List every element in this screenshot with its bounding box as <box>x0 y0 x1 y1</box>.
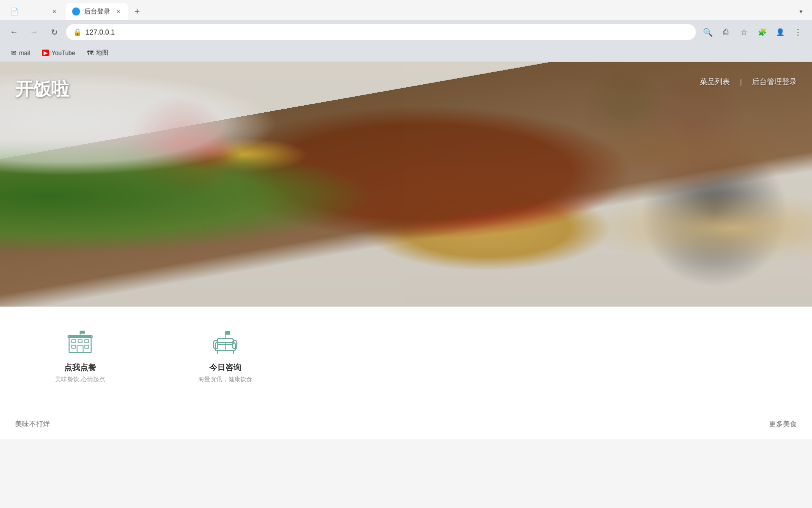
tab-active-icon <box>72 8 80 16</box>
feature-consult-subtitle: 海量资讯，健康饮食 <box>198 375 252 384</box>
bookmark-maps-label: 地图 <box>96 49 108 57</box>
bottom-bar: 美味不打烊 更多美食 <box>0 409 812 439</box>
address-bar-row: ← → ↻ 🔒 127.0.0.1 🔍 ⎙ ☆ 🧩 👤 ⋮ <box>0 20 812 44</box>
features-section: 点我点餐 美味餐饮,心情起点 <box>0 307 812 409</box>
address-text: 127.0.0.1 <box>86 28 689 36</box>
svg-rect-6 <box>85 345 89 348</box>
svg-rect-7 <box>77 346 83 353</box>
footer-left: 美味不打烊 <box>15 420 50 429</box>
svg-rect-0 <box>69 337 91 353</box>
tab-inactive-close[interactable]: ✕ <box>50 8 58 16</box>
svg-rect-2 <box>72 340 76 343</box>
bookmark-button[interactable]: ☆ <box>736 24 752 40</box>
svg-rect-4 <box>85 340 89 343</box>
address-bar[interactable]: 🔒 127.0.0.1 <box>66 24 696 40</box>
search-icon-btn[interactable]: 🔍 <box>700 24 716 40</box>
page-content: 开饭啦 菜品列表 | 后台管理登录 <box>0 62 812 439</box>
share-button[interactable]: ⎙ <box>718 24 734 40</box>
feature-consult[interactable]: 今日咨询 海量资讯，健康饮食 <box>160 322 290 389</box>
feature-consult-title: 今日咨询 <box>209 363 241 373</box>
reload-button[interactable]: ↻ <box>46 24 62 40</box>
tab-bar: 📄 ✕ 后台登录 ✕ + ▾ <box>0 0 812 20</box>
tab-inactive-icon: 📄 <box>10 8 19 16</box>
menu-button[interactable]: ⋮ <box>790 24 806 40</box>
lock-icon: 🔒 <box>73 28 82 36</box>
footer-right: 更多美食 <box>769 420 797 429</box>
svg-rect-17 <box>225 331 230 335</box>
extensions-icon[interactable]: 🧩 <box>754 24 770 40</box>
hero-title: 开饭啦 <box>15 77 69 102</box>
hero-nav: 菜品列表 | 后台管理登录 <box>700 77 797 87</box>
hero-section: 开饭啦 菜品列表 | 后台管理登录 <box>0 62 812 307</box>
nav-admin-link[interactable]: 后台管理登录 <box>752 77 797 87</box>
browser-chrome: 📄 ✕ 后台登录 ✕ + ▾ ← → ↻ 🔒 127.0.0.1 🔍 <box>0 0 812 62</box>
bookmark-youtube[interactable]: ▶ YouTube <box>37 48 80 59</box>
mail-favicon: ✉ <box>11 49 17 57</box>
bookmark-mail[interactable]: ✉ mail <box>6 47 35 59</box>
hero-overlay <box>0 62 812 307</box>
svg-rect-9 <box>80 331 85 334</box>
nav-menu-link[interactable]: 菜品列表 <box>700 77 730 87</box>
feature-order-subtitle: 美味餐饮,心情起点 <box>55 375 105 384</box>
bookmark-youtube-label: YouTube <box>52 50 75 57</box>
maps-favicon: 🗺 <box>87 49 94 57</box>
svg-rect-3 <box>78 340 82 343</box>
bookmark-maps[interactable]: 🗺 地图 <box>82 47 113 59</box>
tab-active-close[interactable]: ✕ <box>114 8 122 16</box>
youtube-favicon: ▶ <box>42 50 49 56</box>
feature-consult-icon <box>210 327 240 357</box>
tab-dropdown[interactable]: ▾ <box>794 5 808 19</box>
forward-button[interactable]: → <box>26 24 42 40</box>
new-tab-button[interactable]: + <box>130 5 144 19</box>
bookmarks-bar: ✉ mail ▶ YouTube 🗺 地图 <box>0 44 812 62</box>
feature-order-icon <box>65 327 95 357</box>
back-button[interactable]: ← <box>6 24 22 40</box>
profile-icon[interactable]: 👤 <box>772 24 788 40</box>
tab-inactive[interactable]: 📄 ✕ <box>4 3 64 20</box>
tab-active-label: 后台登录 <box>84 7 110 16</box>
nav-separator: | <box>740 78 742 86</box>
feature-order[interactable]: 点我点餐 美味餐饮,心情起点 <box>15 322 145 389</box>
feature-order-title: 点我点餐 <box>64 363 96 373</box>
tab-active[interactable]: 后台登录 ✕ <box>66 3 128 20</box>
bookmark-mail-label: mail <box>19 50 30 57</box>
toolbar-icons: 🔍 ⎙ ☆ 🧩 👤 ⋮ <box>700 24 806 40</box>
svg-rect-5 <box>72 345 76 348</box>
